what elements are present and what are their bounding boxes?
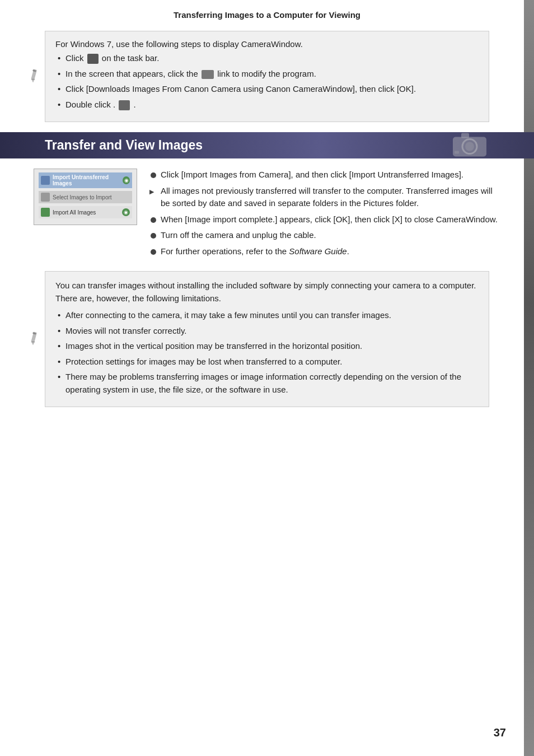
top-note-intro: For Windows 7, use the following steps t… [55,39,479,49]
bottom-note-item-4: Protection settings for images may be lo… [55,356,479,368]
camera-deco [450,128,489,162]
top-note-list: Click on the task bar. In the screen tha… [55,52,479,111]
ss-row-2: Select Images to Import [39,191,132,203]
bullet-5: For further operations, refer to the Sof… [148,245,500,258]
svg-marker-10 [31,342,35,345]
ss-label-3: Import All Images [53,209,96,216]
header-title: Transferring Images to a Computer for Vi… [174,10,360,20]
bottom-note-box: You can transfer images without installi… [45,271,489,407]
svg-rect-7 [461,133,469,138]
double-click-text: Double click . [65,100,115,109]
bottom-note-list: After connecting to the camera, it may t… [55,309,479,396]
ss-icon-2 [41,193,50,202]
ss-arrow-1: ◉ [123,176,130,184]
bullet-4: Turn off the camera and unplug the cable… [148,229,500,242]
ss-row-1: Import Untransferred Images ◉ [39,172,132,188]
bullet-1: Click [Import Images from Camera], and t… [148,169,500,181]
ss-icon-3 [41,208,50,217]
svg-point-6 [465,142,474,151]
top-note-item-4: Double click . . [55,99,479,111]
section-heading-wrapper: Transfer and View Images [0,132,534,158]
right-bullet-list: Click [Import Images from Camera], and t… [148,169,500,258]
right-accent [524,0,534,756]
main-content: Import Untransferred Images ◉ Select Ima… [34,169,500,261]
pencil-icon-bottom [25,330,41,348]
ss-arrow-3: ◉ [122,208,130,216]
top-note-box: For Windows 7, use the following steps t… [45,31,489,122]
screenshot-box: Import Untransferred Images ◉ Select Ima… [34,169,137,225]
section-heading: Transfer and View Images [0,132,534,158]
svg-rect-8 [455,151,459,153]
bottom-note-item-1: After connecting to the camera, it may t… [55,309,479,322]
ss-label-1: Import Untransferred Images [53,174,123,186]
page-header: Transferring Images to a Computer for Vi… [0,0,534,25]
page-number: 37 [494,726,506,739]
bottom-note-intro: You can transfer images without installi… [55,279,479,305]
svg-marker-1 [31,79,35,82]
right-content: Click [Import Images from Camera], and t… [148,169,500,261]
ss-icon-1 [41,176,50,185]
section-title: Transfer and View Images [45,138,203,153]
pencil-icon-top [25,68,41,85]
bullet-3: When [Image import complete.] appears, c… [148,213,500,226]
bottom-note-item-2: Movies will not transfer correctly. [55,325,479,338]
ss-label-2: Select Images to Import [53,194,112,200]
top-note-item-1: Click on the task bar. [55,52,479,65]
ss-row-3: Import All Images ◉ [39,206,132,218]
top-note-item-2: In the screen that appears, click the li… [55,68,479,81]
bottom-note-item-5: There may be problems transferring image… [55,371,479,396]
bullet-2-arrow: All images not previously transferred wi… [148,185,500,210]
top-note-item-3: Click [Downloads Images From Canon Camer… [55,83,479,96]
bottom-note-item-3: Images shot in the vertical position may… [55,340,479,353]
